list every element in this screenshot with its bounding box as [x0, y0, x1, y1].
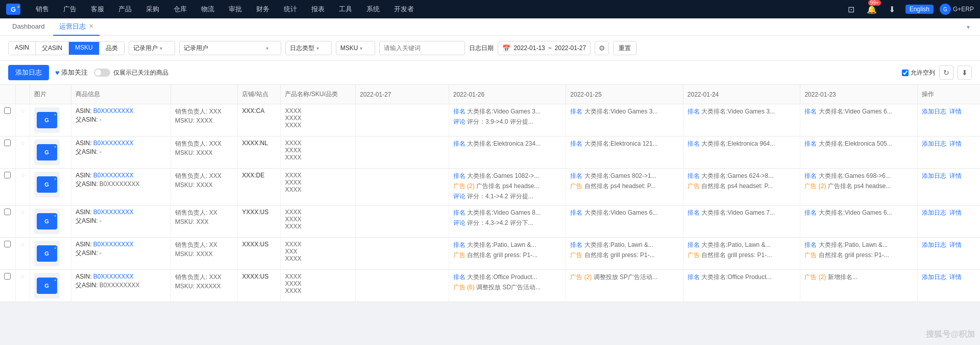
nav-item-仓库[interactable]: 仓库: [166, 0, 194, 18]
asin-link[interactable]: B0XXXXXXXX: [93, 172, 134, 179]
toggle-switch-control[interactable]: [94, 68, 110, 77]
op-link-详情[interactable]: 详情: [949, 140, 962, 147]
add-follow-button[interactable]: ♥ 添加关注: [55, 68, 88, 77]
star-icon[interactable]: ☆: [20, 172, 26, 179]
keyword-input[interactable]: [379, 41, 465, 55]
log-tag[interactable]: 广告 (2): [804, 182, 827, 190]
download-icon[interactable]: ⬇: [885, 2, 899, 16]
nav-item-工具[interactable]: 工具: [332, 0, 359, 18]
filter-tab-asin[interactable]: ASIN: [9, 42, 36, 55]
asin-link[interactable]: B0XXXXXXXX: [93, 241, 134, 248]
nav-item-报表[interactable]: 报表: [304, 0, 332, 18]
log-tag[interactable]: 广告: [688, 182, 701, 190]
log-tag[interactable]: 排名: [688, 172, 701, 179]
nav-item-销售[interactable]: 销售: [29, 0, 56, 18]
star-icon[interactable]: ☆: [20, 107, 26, 114]
date-range-picker[interactable]: 📅 2022-01-13 ~ 2022-01-27: [498, 41, 591, 55]
log-tag[interactable]: 排名: [688, 209, 701, 216]
user-menu[interactable]: G G+ERP: [940, 4, 974, 15]
row-checkbox[interactable]: [4, 273, 11, 280]
op-link-添加日志[interactable]: 添加日志: [922, 140, 946, 147]
screen-icon[interactable]: ⊡: [844, 2, 859, 16]
filter-tab-parent-asin[interactable]: 父ASIN: [36, 42, 69, 55]
log-type-select[interactable]: 日志类型 ▾: [285, 41, 332, 55]
row-checkbox[interactable]: [4, 209, 11, 215]
log-tag[interactable]: 排名: [453, 241, 467, 248]
log-tag[interactable]: 广告 (2): [804, 273, 827, 281]
op-link-添加日志[interactable]: 添加日志: [922, 241, 946, 248]
nav-item-客服[interactable]: 客服: [84, 0, 111, 18]
log-tag[interactable]: 排名: [570, 172, 584, 179]
tab-close-icon[interactable]: ✕: [89, 23, 93, 30]
asin-link[interactable]: B0XXXXXXXX: [93, 107, 134, 114]
log-tag[interactable]: 排名: [453, 273, 467, 281]
log-tag[interactable]: 广告: [570, 182, 584, 190]
log-tag[interactable]: 广告 (6): [453, 284, 476, 291]
log-tag[interactable]: 广告: [688, 251, 701, 259]
log-tag[interactable]: 排名: [453, 108, 467, 115]
op-link-详情[interactable]: 详情: [949, 108, 962, 115]
nav-item-系统[interactable]: 系统: [359, 0, 387, 18]
refresh-button[interactable]: ↻: [939, 65, 953, 80]
tab-chevron-icon[interactable]: ▾: [963, 24, 974, 31]
log-tag[interactable]: 评论: [453, 219, 467, 226]
log-tag[interactable]: 排名: [453, 209, 467, 216]
row-checkbox[interactable]: [4, 107, 11, 114]
download-button[interactable]: ⬇: [958, 65, 972, 80]
nav-item-产品[interactable]: 产品: [111, 0, 139, 18]
record-user-select-1[interactable]: 记录用户 ▾: [129, 41, 175, 55]
op-link-详情[interactable]: 详情: [949, 172, 962, 179]
record-user-select-2[interactable]: 记录用户 ▾: [179, 41, 281, 55]
show-followed-toggle[interactable]: 仅展示已关注的商品: [94, 68, 168, 77]
log-tag[interactable]: 排名: [804, 108, 818, 115]
op-link-详情[interactable]: 详情: [949, 209, 962, 216]
log-tag[interactable]: 排名: [688, 241, 701, 248]
asin-link[interactable]: B0XXXXXXXX: [93, 209, 134, 216]
log-tag[interactable]: 排名: [570, 241, 584, 248]
asin-link[interactable]: B0XXXXXXXX: [93, 273, 134, 280]
op-link-添加日志[interactable]: 添加日志: [922, 273, 946, 281]
op-link-详情[interactable]: 详情: [949, 241, 962, 248]
reset-button[interactable]: 重置: [613, 41, 636, 55]
nav-item-财务[interactable]: 财务: [249, 0, 277, 18]
tab-dashboard[interactable]: Dashboard: [6, 18, 51, 36]
log-tag[interactable]: 排名: [804, 241, 818, 248]
log-tag[interactable]: 排名: [453, 140, 467, 147]
log-tag[interactable]: 排名: [804, 172, 818, 179]
log-tag[interactable]: 广告: [453, 251, 467, 259]
notification-icon[interactable]: 🔔 99+: [865, 2, 879, 16]
nav-item-物流[interactable]: 物流: [194, 0, 222, 18]
log-tag[interactable]: 排名: [688, 273, 701, 281]
allow-empty-checkbox[interactable]: 允许空列: [902, 68, 935, 77]
log-tag[interactable]: 广告 (2): [570, 273, 593, 281]
asin-link[interactable]: B0XXXXXXXX: [93, 140, 134, 147]
nav-item-广告[interactable]: 广告: [56, 0, 84, 18]
app-logo[interactable]: G+: [6, 4, 20, 15]
filter-tab-msku[interactable]: MSKU: [69, 42, 100, 55]
row-checkbox[interactable]: [4, 140, 11, 146]
filter-icon[interactable]: ⚙: [595, 41, 609, 55]
log-tag[interactable]: 评论: [453, 193, 467, 200]
star-icon[interactable]: ☆: [20, 209, 26, 216]
log-tag[interactable]: 排名: [570, 209, 584, 216]
log-tag[interactable]: 广告 (2): [453, 182, 476, 190]
log-tag[interactable]: 排名: [570, 140, 584, 147]
log-tag[interactable]: 评论: [453, 118, 467, 125]
log-tag[interactable]: 排名: [688, 108, 701, 115]
tab-operation-log[interactable]: 运营日志 ✕: [53, 18, 100, 36]
row-checkbox[interactable]: [4, 241, 11, 247]
nav-item-采购[interactable]: 采购: [139, 0, 166, 18]
row-checkbox[interactable]: [4, 172, 11, 178]
language-button[interactable]: English: [905, 5, 934, 14]
log-tag[interactable]: 排名: [570, 108, 584, 115]
op-link-添加日志[interactable]: 添加日志: [922, 108, 946, 115]
nav-item-开发者[interactable]: 开发者: [387, 0, 421, 18]
log-tag[interactable]: 排名: [688, 140, 701, 147]
op-link-添加日志[interactable]: 添加日志: [922, 172, 946, 179]
filter-tab-category[interactable]: 品类: [100, 42, 124, 55]
log-tag[interactable]: 排名: [804, 209, 818, 216]
nav-item-审批[interactable]: 审批: [222, 0, 249, 18]
log-tag[interactable]: 广告: [570, 251, 584, 259]
log-tag[interactable]: 广告: [804, 251, 818, 259]
op-link-详情[interactable]: 详情: [949, 273, 962, 281]
